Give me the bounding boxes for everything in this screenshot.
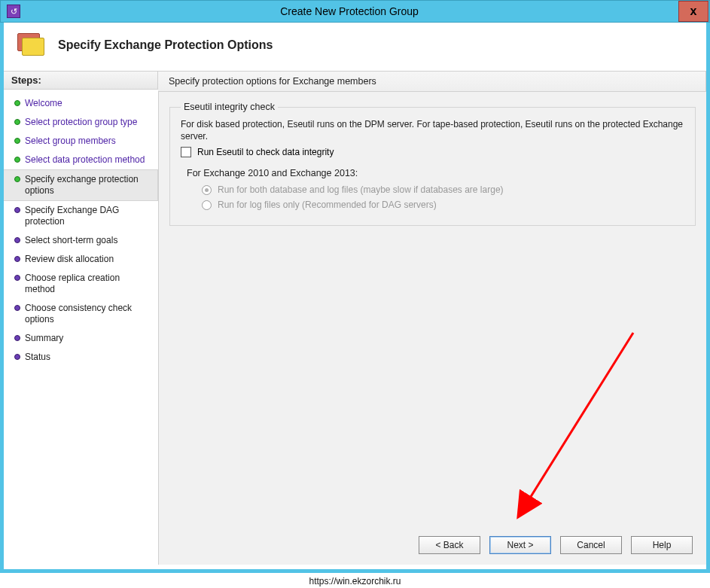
step-bullet-icon xyxy=(14,157,20,163)
steps-sidebar: Steps: WelcomeSelect protection group ty… xyxy=(4,71,158,565)
source-url: https://win.ekzorchik.ru xyxy=(0,576,710,586)
step-bullet-icon xyxy=(14,335,20,341)
main-heading: Specify protection options for Exchange … xyxy=(158,71,706,92)
run-eseutil-label: Run Eseutil to check data integrity xyxy=(197,147,334,157)
step-bullet-icon xyxy=(14,119,20,125)
step-item-8: Choose replica creation method xyxy=(4,269,158,299)
step-item-2[interactable]: Select group members xyxy=(4,132,158,151)
next-button[interactable]: Next > xyxy=(489,536,551,554)
step-item-3[interactable]: Select data protection method xyxy=(4,151,158,169)
step-label: Specify Exchange DAG protection xyxy=(25,205,152,227)
wizard-header: Specify Exchange Protection Options xyxy=(4,23,706,71)
step-label: Status xyxy=(25,352,50,363)
app-icon: ↺ xyxy=(7,5,20,18)
run-eseutil-checkbox-row[interactable]: Run Eseutil to check data integrity xyxy=(181,147,684,157)
step-label: Specify exchange protection options xyxy=(25,174,151,197)
step-label: Select protection group type xyxy=(25,117,137,128)
step-bullet-icon xyxy=(14,275,20,281)
folders-icon xyxy=(17,33,44,57)
cancel-button[interactable]: Cancel xyxy=(560,536,622,554)
step-label: Select short-term goals xyxy=(25,235,117,246)
main-panel: Specify protection options for Exchange … xyxy=(158,71,706,565)
window-title: Create New Protection Group xyxy=(20,5,678,17)
step-item-0[interactable]: Welcome xyxy=(4,94,158,113)
exchange-version-heading: For Exchange 2010 and Exchange 2013: xyxy=(187,168,684,178)
titlebar: ↺ Create New Protection Group x xyxy=(0,0,710,23)
step-item-4: Specify exchange protection options xyxy=(4,169,158,201)
step-label: Select data protection method xyxy=(25,154,145,166)
group-description: For disk based protection, Eseutil runs … xyxy=(181,118,684,142)
step-list: WelcomeSelect protection group typeSelec… xyxy=(4,90,158,367)
step-bullet-icon xyxy=(14,100,20,106)
radio-both xyxy=(202,185,212,195)
step-item-1[interactable]: Select protection group type xyxy=(4,113,158,132)
back-button[interactable]: < Back xyxy=(419,536,480,554)
step-item-7: Review disk allocation xyxy=(4,250,158,269)
run-eseutil-checkbox[interactable] xyxy=(181,147,191,157)
step-label: Welcome xyxy=(25,98,62,109)
step-item-5: Specify Exchange DAG protection xyxy=(4,201,158,231)
wizard-buttons: < Back Next > Cancel Help xyxy=(419,536,693,554)
svg-line-0 xyxy=(520,333,633,513)
main-body: Eseutil integrity check For disk based p… xyxy=(158,92,706,565)
step-label: Choose consistency check options xyxy=(25,303,152,325)
radio-both-row: Run for both database and log files (may… xyxy=(202,184,684,195)
step-bullet-icon xyxy=(14,207,20,213)
step-item-10: Summary xyxy=(4,329,158,348)
step-item-9: Choose consistency check options xyxy=(4,299,158,329)
close-button[interactable]: x xyxy=(678,1,708,22)
eseutil-group: Eseutil integrity check For disk based p… xyxy=(169,107,696,226)
radio-both-label: Run for both database and log files (may… xyxy=(218,184,504,195)
radio-logonly-row: Run for log files only (Recommended for … xyxy=(202,200,684,210)
help-button[interactable]: Help xyxy=(631,536,693,554)
step-bullet-icon xyxy=(14,305,20,311)
group-legend: Eseutil integrity check xyxy=(181,102,278,112)
step-item-11: Status xyxy=(4,348,158,367)
page-title: Specify Exchange Protection Options xyxy=(58,38,273,52)
step-bullet-icon xyxy=(14,138,20,144)
step-bullet-icon xyxy=(14,176,20,182)
step-label: Review disk allocation xyxy=(25,254,114,265)
step-bullet-icon xyxy=(14,256,20,262)
annotation-arrow-icon xyxy=(475,325,686,536)
step-label: Summary xyxy=(25,333,63,344)
step-bullet-icon xyxy=(14,354,20,360)
step-item-6: Select short-term goals xyxy=(4,231,158,250)
steps-heading: Steps: xyxy=(4,71,158,90)
step-label: Select group members xyxy=(25,136,116,147)
radio-logonly-label: Run for log files only (Recommended for … xyxy=(218,200,437,210)
step-bullet-icon xyxy=(14,237,20,243)
window-body: Specify Exchange Protection Options Step… xyxy=(0,23,710,573)
step-label: Choose replica creation method xyxy=(25,273,152,295)
radio-logonly xyxy=(202,200,212,210)
